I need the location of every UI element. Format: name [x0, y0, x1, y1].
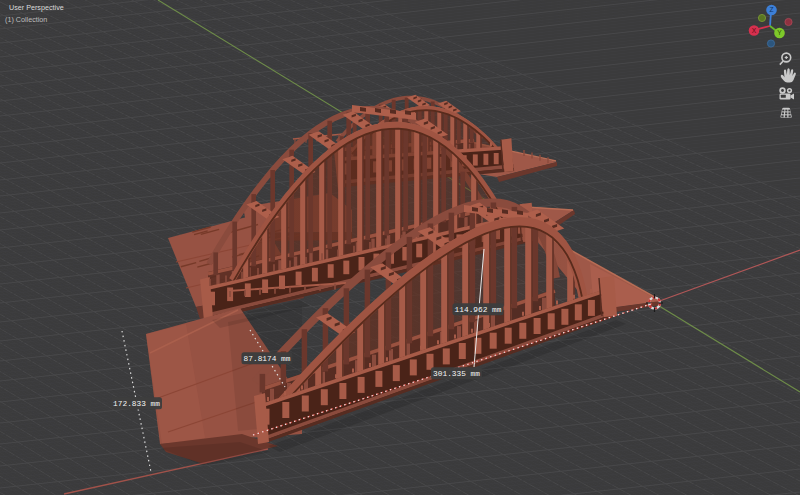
- svg-text:172.833 mm: 172.833 mm: [113, 400, 160, 408]
- svg-text:User Perspective: User Perspective: [9, 3, 64, 12]
- svg-text:114.962 mm: 114.962 mm: [455, 306, 502, 314]
- svg-text:(1) Collection: (1) Collection: [5, 15, 47, 24]
- svg-text:301.335 mm: 301.335 mm: [433, 370, 480, 378]
- svg-text:X: X: [752, 27, 757, 34]
- svg-text:Z: Z: [769, 6, 773, 13]
- svg-text:Y: Y: [777, 29, 782, 36]
- svg-text:87.8174 mm: 87.8174 mm: [244, 355, 291, 363]
